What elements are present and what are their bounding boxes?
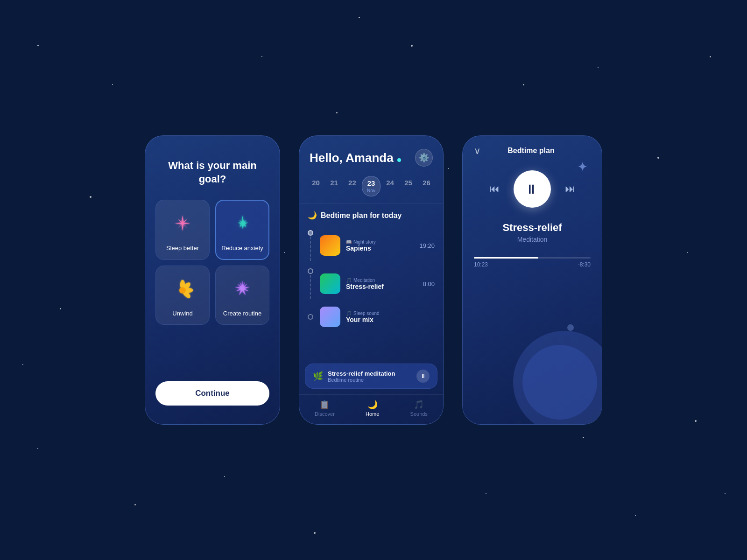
book-icon: 📖 — [346, 239, 352, 245]
timeline-dot — [308, 314, 313, 320]
moon-inner — [522, 345, 597, 420]
meditation-icon: 🎵 — [346, 278, 352, 283]
day-num: 25 — [404, 179, 412, 187]
progress-bar-bg[interactable] — [474, 257, 591, 259]
nav-discover-label: Discover — [315, 411, 335, 417]
goal-sleep-better[interactable]: Sleep better — [155, 200, 210, 260]
player-screen-title: Bedtime plan — [507, 147, 554, 155]
goal-create-routine[interactable]: Create routine — [215, 266, 269, 325]
goal-grid: Sleep better Reduce anxiety — [155, 200, 269, 325]
day-num: 23 — [367, 179, 375, 187]
cal-day-23[interactable]: 23 Nov — [362, 176, 381, 196]
cal-day-21[interactable]: 21 — [325, 176, 343, 196]
home-icon: 🌙 — [367, 399, 378, 410]
online-dot — [397, 158, 401, 162]
day-num: 21 — [330, 179, 338, 187]
progress-section: 10:23 -8:30 — [474, 257, 591, 268]
day-num: 22 — [348, 179, 356, 187]
sparkle-icon: ✦ — [577, 159, 588, 175]
item-type: 📖 Night story — [346, 239, 414, 245]
list-item[interactable]: 🎵 Meditation Stress-relief 8:00 — [308, 265, 435, 303]
sounds-icon: 🎵 — [414, 399, 424, 410]
continue-button[interactable]: Continue — [155, 381, 269, 406]
phone-goal-selection: What is your main goal? Sleep better — [145, 135, 280, 425]
create-routine-icon — [228, 276, 256, 304]
player-dot — [567, 324, 574, 331]
list-item[interactable]: 📖 Night story Sapiens 19:20 — [308, 226, 435, 265]
nav-home[interactable]: 🌙 Home — [366, 399, 379, 417]
item-info: 📖 Night story Sapiens — [346, 239, 414, 252]
nav-discover[interactable]: 📋 Discover — [315, 399, 335, 417]
now-playing-info: Stress-relief meditation Bedtime routine — [328, 370, 412, 383]
item-thumbnail — [320, 307, 340, 327]
item-time: 8:00 — [423, 280, 435, 287]
day-num: 24 — [386, 179, 394, 187]
track-subtitle: Meditation — [517, 236, 548, 243]
item-type: 🎵 Meditation — [346, 278, 417, 283]
play-pause-button[interactable]: ⏸ — [514, 170, 551, 208]
timeline-dot — [308, 268, 313, 274]
item-thumbnail — [320, 273, 340, 294]
create-routine-label: Create routine — [223, 310, 261, 317]
progress-times: 10:23 -8:30 — [474, 261, 591, 268]
np-subtitle: Bedtime routine — [328, 377, 412, 383]
greeting-text: Hello, Amanda — [310, 151, 394, 165]
day-month: Nov — [367, 188, 375, 193]
home-header: Hello, Amanda ⚙️ — [299, 136, 443, 172]
phone-home: Hello, Amanda ⚙️ 20 21 22 23 Nov 24 25 2… — [299, 135, 444, 425]
nav-sounds-label: Sounds — [410, 411, 428, 417]
np-title: Stress-relief meditation — [328, 370, 412, 377]
leaf-icon: 🌿 — [313, 371, 323, 381]
pause-icon: ⏸ — [525, 182, 540, 197]
item-info: 🎵 Sleep sound Your mix — [346, 311, 429, 323]
reduce-anxiety-icon — [228, 211, 256, 239]
player-controls: ⏮ ⏸ ⏭ — [489, 170, 575, 208]
bedtime-list: 📖 Night story Sapiens 19:20 🎵 Med — [308, 226, 435, 331]
cal-day-25[interactable]: 25 — [400, 176, 417, 196]
reduce-anxiety-label: Reduce anxiety — [221, 245, 263, 252]
pause-button[interactable]: ⏸ — [416, 370, 430, 383]
sound-icon: 🎵 — [346, 311, 352, 316]
cal-day-24[interactable]: 24 — [381, 176, 399, 196]
day-num: 20 — [312, 179, 320, 187]
phone-player: ✦ ∨ Bedtime plan ⏮ ⏸ ⏭ Stress-relief Med… — [462, 135, 602, 425]
item-name: Stress-relief — [346, 283, 417, 290]
timeline-dot — [308, 230, 313, 236]
chevron-down-icon[interactable]: ∨ — [474, 145, 481, 156]
discover-icon: 📋 — [319, 399, 330, 410]
player-top-bar: ∨ Bedtime plan — [474, 145, 591, 156]
sleep-better-icon — [169, 211, 197, 239]
day-num: 26 — [423, 179, 430, 187]
calendar-row: 20 21 22 23 Nov 24 25 26 — [299, 172, 443, 203]
goal-reduce-anxiety[interactable]: Reduce anxiety — [215, 200, 269, 260]
cal-day-26[interactable]: 26 — [418, 176, 435, 196]
track-title: Stress-relief — [502, 222, 562, 234]
sleep-better-label: Sleep better — [166, 245, 199, 252]
section-title: 🌙 Bedtime plan for today — [308, 211, 435, 220]
unwind-icon — [169, 276, 197, 304]
cal-day-20[interactable]: 20 — [307, 176, 324, 196]
nav-sounds[interactable]: 🎵 Sounds — [410, 399, 428, 417]
cal-day-22[interactable]: 22 — [344, 176, 361, 196]
bottom-nav: 📋 Discover 🌙 Home 🎵 Sounds — [299, 394, 443, 424]
goal-question: What is your main goal? — [155, 159, 269, 186]
item-time: 19:20 — [419, 242, 435, 249]
now-playing-bar[interactable]: 🌿 Stress-relief meditation Bedtime routi… — [305, 364, 437, 389]
next-button[interactable]: ⏭ — [565, 183, 575, 195]
item-name: Your mix — [346, 316, 429, 323]
list-item[interactable]: 🎵 Sleep sound Your mix — [308, 303, 435, 331]
prev-button[interactable]: ⏮ — [489, 183, 500, 195]
item-name: Sapiens — [346, 245, 414, 252]
svg-point-4 — [179, 287, 186, 294]
item-thumbnail — [320, 235, 340, 256]
item-type: 🎵 Sleep sound — [346, 311, 429, 316]
progress-bar-fill — [474, 257, 538, 259]
nav-home-label: Home — [366, 411, 379, 417]
current-time: 10:23 — [474, 261, 488, 268]
goal-unwind[interactable]: Unwind — [155, 266, 210, 325]
unwind-label: Unwind — [172, 310, 192, 317]
bedtime-section: 🌙 Bedtime plan for today 📖 Night story S… — [299, 203, 443, 364]
item-info: 🎵 Meditation Stress-relief — [346, 278, 417, 290]
moon-icon: 🌙 — [308, 211, 317, 220]
settings-button[interactable]: ⚙️ — [415, 149, 433, 167]
